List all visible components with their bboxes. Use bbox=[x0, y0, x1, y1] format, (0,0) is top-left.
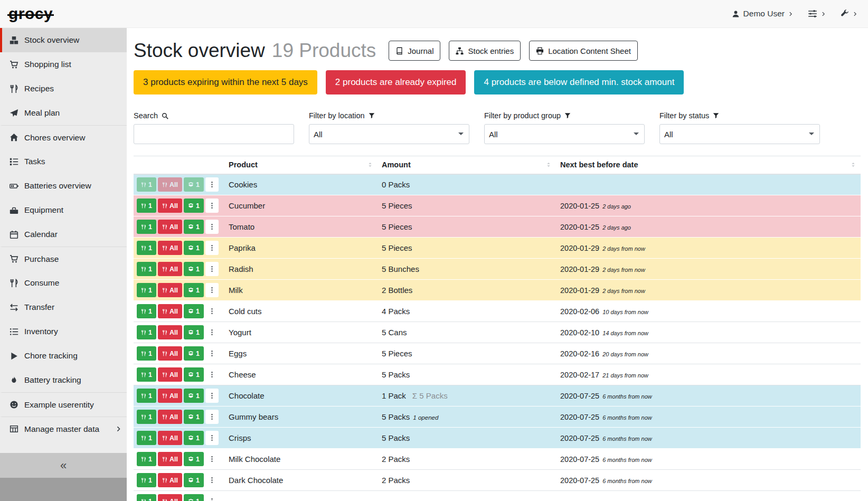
consume-all-button[interactable]: All bbox=[158, 325, 182, 339]
consume-one-button[interactable]: 1 bbox=[137, 262, 156, 276]
app-logo[interactable]: grocy bbox=[8, 6, 53, 22]
product-cell[interactable]: Crisps bbox=[224, 428, 378, 449]
product-cell[interactable]: Paprika bbox=[224, 238, 378, 259]
product-cell[interactable]: Radish bbox=[224, 259, 378, 280]
row-menu-button[interactable] bbox=[205, 410, 219, 424]
open-one-button[interactable]: 1 bbox=[184, 452, 204, 466]
row-menu-button[interactable] bbox=[205, 389, 219, 403]
sidebar-item-stock-overview[interactable]: Stock overview bbox=[0, 28, 127, 52]
sidebar-item-manage-master-data[interactable]: Manage master data bbox=[0, 417, 127, 441]
consume-all-button[interactable]: All bbox=[158, 346, 182, 361]
sidebar-item-batteries-overview[interactable]: Batteries overview bbox=[0, 174, 127, 198]
open-one-button[interactable]: 1 bbox=[184, 389, 204, 403]
consume-all-button[interactable]: All bbox=[158, 452, 182, 466]
consume-one-button[interactable]: 1 bbox=[137, 389, 156, 403]
tools-menu[interactable] bbox=[841, 10, 857, 18]
consume-all-button[interactable]: All bbox=[158, 220, 182, 234]
row-menu-button[interactable] bbox=[205, 198, 219, 213]
sidebar-item-shopping-list[interactable]: Shopping list bbox=[0, 52, 127, 77]
consume-all-button[interactable]: All bbox=[158, 473, 182, 487]
open-one-button[interactable]: 1 bbox=[184, 431, 204, 445]
product-group-filter-select[interactable]: All bbox=[484, 124, 645, 144]
row-menu-button[interactable] bbox=[205, 494, 219, 501]
row-menu-button[interactable] bbox=[205, 473, 219, 487]
open-one-button[interactable]: 1 bbox=[184, 410, 204, 424]
sidebar-item-transfer[interactable]: Transfer bbox=[0, 295, 127, 319]
location-filter-select[interactable]: All bbox=[309, 124, 469, 144]
consume-all-button[interactable]: All bbox=[158, 389, 182, 403]
consume-one-button[interactable]: 1 bbox=[137, 473, 156, 487]
sidebar-item-calendar[interactable]: Calendar bbox=[0, 222, 127, 247]
product-cell[interactable]: Dark Chocolate bbox=[224, 470, 378, 491]
column-next-best-before-date[interactable]: Next best before date bbox=[556, 156, 861, 174]
open-one-button[interactable]: 1 bbox=[184, 241, 204, 255]
open-one-button[interactable]: 1 bbox=[184, 198, 204, 213]
sidebar-item-inventory[interactable]: Inventory bbox=[0, 319, 127, 344]
consume-all-button[interactable]: All bbox=[158, 177, 182, 192]
consume-one-button[interactable]: 1 bbox=[137, 241, 156, 255]
open-one-button[interactable]: 1 bbox=[184, 325, 204, 339]
sidebar-item-battery-tracking[interactable]: Battery tracking bbox=[0, 368, 127, 392]
product-cell[interactable]: Tomato bbox=[224, 216, 378, 238]
consume-one-button[interactable]: 1 bbox=[137, 198, 156, 213]
consume-all-button[interactable]: All bbox=[158, 198, 182, 213]
stock-entries-button[interactable]: Stock entries bbox=[449, 41, 521, 61]
alert-expiring-button[interactable]: 3 products expiring within the next 5 da… bbox=[134, 70, 317, 94]
product-cell[interactable]: Chocolate bbox=[224, 385, 378, 407]
sidebar-item-chores-overview[interactable]: Chores overview bbox=[0, 125, 127, 149]
open-one-button[interactable]: 1 bbox=[184, 304, 204, 318]
open-one-button[interactable]: 1 bbox=[184, 346, 204, 361]
sidebar-item-purchase[interactable]: Purchase bbox=[0, 247, 127, 271]
product-cell[interactable]: Cold cuts bbox=[224, 301, 378, 322]
sidebar-item-chore-tracking[interactable]: Chore tracking bbox=[0, 344, 127, 368]
column-product[interactable]: Product bbox=[224, 156, 378, 174]
open-one-button[interactable]: 1 bbox=[184, 177, 204, 192]
open-one-button[interactable]: 1 bbox=[184, 473, 204, 487]
product-cell[interactable] bbox=[224, 491, 378, 501]
product-cell[interactable]: Cucumber bbox=[224, 195, 378, 216]
consume-all-button[interactable]: All bbox=[158, 494, 182, 501]
sidebar-item-example-userentity[interactable]: Example userentity bbox=[0, 392, 127, 417]
product-cell[interactable]: Milk bbox=[224, 280, 378, 301]
consume-one-button[interactable]: 1 bbox=[137, 367, 156, 382]
product-cell[interactable]: Cheese bbox=[224, 364, 378, 385]
row-menu-button[interactable] bbox=[205, 367, 219, 382]
location-content-sheet-button[interactable]: Location Content Sheet bbox=[529, 41, 638, 61]
row-menu-button[interactable] bbox=[205, 262, 219, 276]
sidebar-collapse-button[interactable]: « bbox=[0, 453, 127, 478]
column-amount[interactable]: Amount bbox=[378, 156, 556, 174]
row-menu-button[interactable] bbox=[205, 452, 219, 466]
product-cell[interactable]: Gummy bears bbox=[224, 407, 378, 428]
row-menu-button[interactable] bbox=[205, 177, 219, 192]
consume-all-button[interactable]: All bbox=[158, 283, 182, 297]
open-one-button[interactable]: 1 bbox=[184, 283, 204, 297]
search-input[interactable] bbox=[134, 124, 294, 144]
sidebar-item-meal-plan[interactable]: Meal plan bbox=[0, 101, 127, 125]
consume-one-button[interactable]: 1 bbox=[137, 177, 156, 192]
journal-button[interactable]: Journal bbox=[389, 41, 440, 61]
sidebar-item-equipment[interactable]: Equipment bbox=[0, 198, 127, 222]
consume-all-button[interactable]: All bbox=[158, 262, 182, 276]
product-cell[interactable]: Milk Chocolate bbox=[224, 449, 378, 470]
row-menu-button[interactable] bbox=[205, 431, 219, 445]
consume-one-button[interactable]: 1 bbox=[137, 431, 156, 445]
sidebar-item-tasks[interactable]: Tasks bbox=[0, 149, 127, 174]
settings-menu[interactable] bbox=[808, 9, 826, 18]
consume-one-button[interactable]: 1 bbox=[137, 325, 156, 339]
row-menu-button[interactable] bbox=[205, 346, 219, 361]
product-cell[interactable]: Eggs bbox=[224, 343, 378, 364]
open-one-button[interactable]: 1 bbox=[184, 494, 204, 501]
product-cell[interactable]: Yogurt bbox=[224, 322, 378, 343]
alert-below-min-button[interactable]: 4 products are below defined min. stock … bbox=[474, 70, 684, 94]
sidebar-item-recipes[interactable]: Recipes bbox=[0, 77, 127, 101]
row-menu-button[interactable] bbox=[205, 325, 219, 339]
open-one-button[interactable]: 1 bbox=[184, 220, 204, 234]
user-menu[interactable]: Demo User bbox=[732, 9, 793, 18]
consume-one-button[interactable]: 1 bbox=[137, 283, 156, 297]
consume-one-button[interactable]: 1 bbox=[137, 220, 156, 234]
consume-one-button[interactable]: 1 bbox=[137, 410, 156, 424]
consume-one-button[interactable]: 1 bbox=[137, 494, 156, 501]
consume-one-button[interactable]: 1 bbox=[137, 452, 156, 466]
consume-all-button[interactable]: All bbox=[158, 431, 182, 445]
status-filter-select[interactable]: All bbox=[659, 124, 820, 144]
